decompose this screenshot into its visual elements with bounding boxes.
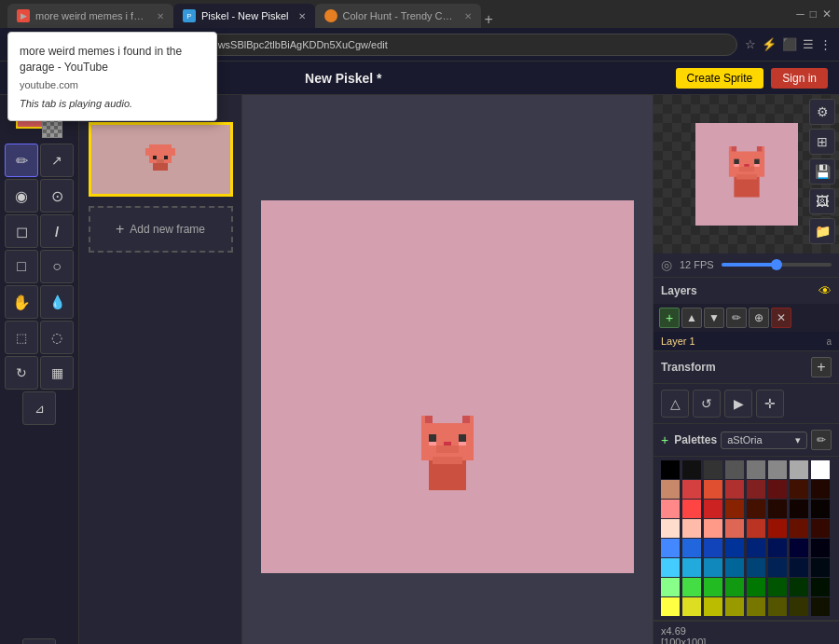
palette-selector[interactable]: aStOria ▾	[721, 432, 807, 449]
color-picker-tool[interactable]: ⊿	[22, 391, 56, 425]
palette-color-cell[interactable]	[725, 539, 744, 557]
profile-icon[interactable]: ☰	[803, 37, 814, 51]
palette-color-cell[interactable]	[811, 500, 830, 518]
palette-color-cell[interactable]	[704, 519, 722, 538]
palette-color-cell[interactable]	[704, 597, 722, 616]
palette-color-cell[interactable]	[747, 460, 765, 479]
sign-in-button[interactable]: Sign in	[771, 68, 828, 89]
palette-color-cell[interactable]	[682, 578, 701, 596]
palette-color-cell[interactable]	[725, 460, 744, 479]
palette-color-cell[interactable]	[704, 578, 722, 596]
palette-color-cell[interactable]	[682, 558, 701, 577]
canvas-area[interactable]	[242, 95, 653, 644]
palette-color-cell[interactable]	[790, 558, 808, 577]
resize-icon-btn[interactable]: ⊞	[809, 129, 835, 155]
layer-add-button[interactable]: +	[659, 308, 680, 328]
fps-slider[interactable]	[722, 263, 832, 267]
palette-color-cell[interactable]	[661, 578, 680, 596]
palette-color-cell[interactable]	[747, 539, 765, 557]
palette-color-cell[interactable]	[661, 539, 680, 557]
lightning-icon[interactable]: ⚡	[762, 37, 777, 51]
palette-color-cell[interactable]	[747, 480, 765, 499]
palette-color-cell[interactable]	[811, 539, 830, 557]
lasso-select-tool[interactable]: ◌	[40, 321, 74, 354]
maximize-button[interactable]: □	[810, 7, 817, 21]
palette-color-cell[interactable]	[704, 500, 722, 518]
pencil-tool[interactable]: ✏	[5, 144, 38, 177]
fill-tool[interactable]: ◉	[5, 179, 38, 212]
palette-color-cell[interactable]	[725, 558, 744, 577]
palette-color-cell[interactable]	[682, 539, 701, 557]
palette-color-cell[interactable]	[661, 460, 680, 479]
palette-color-cell[interactable]	[790, 500, 808, 518]
selection-tool[interactable]: ↗	[40, 144, 74, 177]
transform-add-button[interactable]: +	[811, 357, 832, 377]
lasso-tool[interactable]: ⊙	[40, 179, 74, 212]
palette-color-cell[interactable]	[768, 519, 787, 538]
menu-icon[interactable]: ⋮	[819, 37, 832, 51]
palette-color-cell[interactable]	[768, 578, 787, 596]
minimize-button[interactable]: ─	[796, 7, 805, 21]
new-tab-button[interactable]: +	[481, 11, 497, 28]
palette-color-cell[interactable]	[725, 578, 744, 596]
palette-color-cell[interactable]	[768, 597, 787, 616]
palette-color-cell[interactable]	[768, 460, 787, 479]
palette-color-cell[interactable]	[790, 578, 808, 596]
canvas[interactable]	[261, 200, 634, 573]
palette-color-cell[interactable]	[682, 460, 701, 479]
palette-color-cell[interactable]	[704, 460, 722, 479]
create-sprite-button[interactable]: Create Sprite	[676, 68, 764, 89]
tab-youtube[interactable]: ▶ more weird memes i found in the... ✕ m…	[7, 4, 173, 28]
layers-visibility-icon[interactable]: 👁	[818, 283, 832, 298]
palette-color-cell[interactable]	[790, 597, 808, 616]
stroke-tool[interactable]: /	[40, 214, 74, 248]
palette-color-cell[interactable]	[747, 597, 765, 616]
palette-color-cell[interactable]	[682, 480, 701, 499]
palette-color-cell[interactable]	[661, 500, 680, 518]
palette-color-cell[interactable]	[790, 460, 808, 479]
move-tool[interactable]: ✋	[5, 285, 38, 319]
palette-color-cell[interactable]	[682, 597, 701, 616]
transform-flip-v[interactable]: △	[661, 390, 689, 418]
palette-color-cell[interactable]	[704, 539, 722, 557]
palette-color-cell[interactable]	[747, 578, 765, 596]
palette-color-cell[interactable]	[725, 519, 744, 538]
transform-flip-h[interactable]: ▶	[724, 390, 752, 418]
palette-color-cell[interactable]	[790, 539, 808, 557]
layer-merge-button[interactable]: ⊕	[749, 308, 769, 328]
export-icon-btn[interactable]: 🖼	[809, 188, 835, 214]
palette-color-cell[interactable]	[811, 519, 830, 538]
tab-close-youtube[interactable]: ✕	[157, 11, 164, 21]
layer-up-button[interactable]: ▲	[681, 308, 702, 328]
transform-center[interactable]: ✛	[756, 390, 784, 418]
tab-close-colorhunt[interactable]: ✕	[464, 11, 472, 21]
eraser-tool[interactable]: ◻	[5, 214, 38, 248]
undo-button[interactable]: ↩	[22, 638, 56, 644]
layer-delete-button[interactable]: ✕	[771, 308, 791, 328]
close-window-button[interactable]: ✕	[822, 7, 832, 21]
checker-tool[interactable]: ▦	[40, 356, 74, 390]
palette-color-cell[interactable]	[661, 519, 680, 538]
palette-color-cell[interactable]	[768, 558, 787, 577]
palette-color-cell[interactable]	[811, 597, 830, 616]
circle-tool[interactable]: ○	[40, 250, 74, 283]
palette-color-cell[interactable]	[790, 480, 808, 499]
palette-color-cell[interactable]	[768, 539, 787, 557]
palette-color-cell[interactable]	[725, 500, 744, 518]
transform-rotate[interactable]: ↺	[693, 390, 721, 418]
rotate-tool[interactable]: ↻	[5, 356, 38, 390]
rect-select-tool[interactable]: ⬚	[5, 321, 38, 354]
rect-tool[interactable]: □	[5, 250, 38, 283]
palette-color-cell[interactable]	[682, 500, 701, 518]
settings-icon-btn[interactable]: ⚙	[809, 99, 835, 125]
palette-color-cell[interactable]	[811, 480, 830, 499]
palette-color-cell[interactable]	[790, 519, 808, 538]
frame-1-preview[interactable]	[89, 122, 233, 197]
tab-colorhunt[interactable]: Color Hunt - Trendy Color ✕	[315, 4, 481, 28]
palette-color-cell[interactable]	[768, 500, 787, 518]
palette-color-cell[interactable]	[747, 500, 765, 518]
layer-down-button[interactable]: ▼	[704, 308, 724, 328]
palette-color-cell[interactable]	[661, 558, 680, 577]
extensions-icon[interactable]: ⬛	[782, 37, 797, 51]
palette-color-cell[interactable]	[682, 519, 701, 538]
